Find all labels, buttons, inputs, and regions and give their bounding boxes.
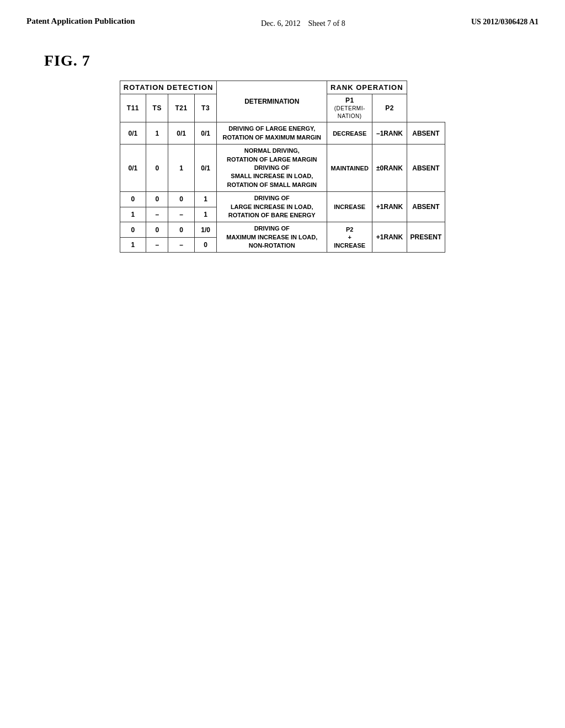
- cell-t11-r3b: 1: [120, 207, 146, 222]
- col-p2: P2: [372, 94, 407, 122]
- cell-t21-r4b: –: [168, 237, 194, 253]
- cell-desc-r1: DRIVING OF LARGE ENERGY,ROTATION OF MAXI…: [217, 122, 327, 144]
- col-t11: T11: [120, 94, 146, 122]
- cell-p1-r4: +1RANK: [372, 222, 407, 253]
- table-row: 0/1 1 0/1 0/1 DRIVING OF LARGE ENERGY,RO…: [120, 122, 445, 144]
- cell-determ-r1: DECREASE: [327, 122, 372, 144]
- cell-t11-r4a: 0: [120, 222, 146, 238]
- cell-ts-r2: 0: [146, 144, 168, 192]
- patent-number: US 2012/0306428 A1: [471, 15, 539, 26]
- cell-ts-r4a: 0: [146, 222, 168, 238]
- cell-desc-r2: NORMAL DRIVING,ROTATION OF LARGE MARGIND…: [217, 144, 327, 192]
- table-row: 0 0 0 1/0 DRIVING OFMAXIMUM INCREASE IN …: [120, 222, 445, 238]
- cell-t21-r3a: 0: [168, 192, 194, 207]
- cell-determ-r4: P2+INCREASE: [327, 222, 372, 253]
- figure-label: FIG. 7: [44, 52, 565, 69]
- cell-t21-r1: 0/1: [168, 122, 194, 144]
- cell-t3-r1: 0/1: [194, 122, 217, 144]
- cell-desc-r4: DRIVING OFMAXIMUM INCREASE IN LOAD,NON-R…: [217, 222, 327, 253]
- col-t21: T21: [168, 94, 194, 122]
- cell-desc-r3: DRIVING OFLARGE INCREASE IN LOAD,ROTATIO…: [217, 192, 327, 222]
- cell-determ-r3: INCREASE: [327, 192, 372, 222]
- cell-p1-r2: ±0RANK: [372, 144, 407, 192]
- col-ts: TS: [146, 94, 168, 122]
- header-date-sheet: Dec. 6, 2012 Sheet 7 of 8: [261, 15, 345, 30]
- cell-p1-r3: +1RANK: [372, 192, 407, 222]
- cell-ts-r1: 1: [146, 122, 168, 144]
- cell-t3-r3b: 1: [194, 207, 217, 222]
- cell-p2-r4: PRESENT: [407, 222, 445, 253]
- cell-ts-r3a: 0: [146, 192, 168, 207]
- cell-t11-r3a: 0: [120, 192, 146, 207]
- rank-operation-header: RANK OPERATION: [327, 81, 407, 94]
- col-p1: P1 (DETERMI-NATION): [327, 94, 372, 122]
- page-header: Patent Application Publication Dec. 6, 2…: [0, 0, 565, 30]
- header-date: Dec. 6, 2012: [261, 19, 301, 28]
- cell-ts-r4b: –: [146, 237, 168, 253]
- cell-ts-r3b: –: [146, 207, 168, 222]
- header-sheet: Sheet 7 of 8: [308, 19, 345, 28]
- col-t3: T3: [194, 94, 217, 122]
- cell-p2-r2: ABSENT: [407, 144, 445, 192]
- cell-t11-r1: 0/1: [120, 122, 146, 144]
- rotation-header: ROTATION DETECTION: [120, 81, 217, 94]
- table-row: 0 0 0 1 DRIVING OFLARGE INCREASE IN LOAD…: [120, 192, 445, 207]
- cell-p2-r1: ABSENT: [407, 122, 445, 144]
- cell-t3-r4a: 1/0: [194, 222, 217, 238]
- cell-t11-r4b: 1: [120, 237, 146, 253]
- cell-t3-r4b: 0: [194, 237, 217, 253]
- cell-t3-r2: 0/1: [194, 144, 217, 192]
- main-table: ROTATION DETECTION DETERMINATION RANK OP…: [120, 81, 446, 253]
- publication-title: Patent Application Publication: [26, 15, 135, 27]
- determination-header: DETERMINATION: [217, 81, 327, 122]
- cell-t21-r3b: –: [168, 207, 194, 222]
- cell-t21-r2: 1: [168, 144, 194, 192]
- cell-t21-r4a: 0: [168, 222, 194, 238]
- cell-p1-r1: –1RANK: [372, 122, 407, 144]
- table-row: 0/1 0 1 0/1 NORMAL DRIVING,ROTATION OF L…: [120, 144, 445, 192]
- cell-t11-r2: 0/1: [120, 144, 146, 192]
- cell-t3-r3a: 1: [194, 192, 217, 207]
- cell-determ-r2: MAINTAINED: [327, 144, 372, 192]
- cell-p2-r3: ABSENT: [407, 192, 445, 222]
- table-container: ROTATION DETECTION DETERMINATION RANK OP…: [26, 81, 539, 253]
